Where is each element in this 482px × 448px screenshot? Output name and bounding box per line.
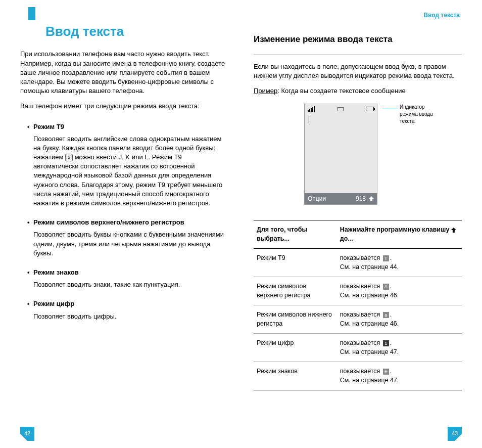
running-header: Ввод текста bbox=[423, 11, 460, 20]
mode-name-cell: Режим символов верхнего регистра bbox=[254, 277, 337, 305]
table-row: Режим знаковпоказывается ✳.См. на страни… bbox=[254, 362, 462, 390]
mode-action-cell: показывается T.См. на странице 44. bbox=[337, 249, 462, 277]
signal-icon bbox=[308, 106, 315, 112]
example-label: Пример bbox=[254, 87, 277, 95]
mode-indicator-icon: ✳ bbox=[383, 369, 389, 375]
mode-t9-title: Режим Т9 bbox=[27, 122, 228, 131]
mode-case-desc: Позволяет вводить буквы кнопками с букве… bbox=[33, 230, 228, 258]
chapter-title: Ввод текста bbox=[45, 22, 228, 40]
up-arrow-icon bbox=[369, 196, 374, 201]
text-cursor bbox=[309, 116, 309, 123]
figure-label: Индикатор режима ввода текста bbox=[400, 104, 440, 125]
phone-screen: Опции 918 bbox=[304, 104, 377, 205]
mode-digits-title: Режим цифр bbox=[27, 299, 228, 308]
mode-indicator-icon: a bbox=[383, 312, 389, 318]
callout-line bbox=[382, 109, 398, 109]
table-row: Режим Т9показывается T.См. на странице 4… bbox=[254, 249, 462, 277]
mode-indicator-icon: T bbox=[383, 255, 389, 261]
phone-status-bar bbox=[305, 104, 377, 114]
intro-para-2: Ваш телефон имеет три следующие режима в… bbox=[20, 102, 228, 111]
tab-marker bbox=[28, 7, 35, 20]
mode-symbols-title: Режим знаков bbox=[27, 268, 228, 277]
table-row: Режим символов верхнего регистрапоказыва… bbox=[254, 277, 462, 305]
up-arrow-icon bbox=[451, 228, 456, 233]
section-intro: Если вы находитесь в поле, допускающем в… bbox=[254, 62, 462, 80]
page-right: Изменение режима ввода текста Если вы на… bbox=[254, 10, 462, 418]
battery-icon bbox=[366, 107, 374, 111]
intro-para-1: При использовании телефона вам часто нуж… bbox=[20, 50, 228, 96]
mode-case-title: Режим символов верхнего/нижнего регистро… bbox=[27, 218, 228, 227]
mode-action-cell: показывается 1.См. на странице 47. bbox=[337, 334, 462, 362]
table-row: Режим символов нижнего регистрапоказывае… bbox=[254, 305, 462, 334]
char-counter: 918 bbox=[356, 195, 366, 203]
mode-indicator-icon: 1 bbox=[383, 340, 389, 346]
mode-action-cell: показывается A.См. на странице 46. bbox=[337, 277, 462, 305]
example-line: Пример: Когда вы создаете текстовое сооб… bbox=[254, 86, 462, 96]
message-icon bbox=[338, 107, 344, 111]
mode-table: Для того, чтобы выбрать... Нажимайте про… bbox=[254, 220, 462, 390]
table-head-2: Нажимайте программную клавишу до... bbox=[337, 220, 462, 249]
softkey-left: Опции bbox=[308, 195, 326, 203]
softkey-bar: Опции 918 bbox=[305, 193, 377, 204]
mode-digits-desc: Позволяет вводить цифры. bbox=[33, 312, 228, 321]
section-title: Изменение режима ввода текста bbox=[254, 33, 462, 46]
mode-name-cell: Режим знаков bbox=[254, 362, 337, 390]
section-divider bbox=[254, 55, 462, 55]
mode-name-cell: Режим символов нижнего регистра bbox=[254, 305, 337, 334]
mode-indicator-icon: A bbox=[383, 284, 389, 290]
table-row: Режим цифрпоказывается 1.См. на странице… bbox=[254, 334, 462, 362]
mode-name-cell: Режим Т9 bbox=[254, 249, 337, 277]
key-5-icon: 5 bbox=[65, 154, 73, 161]
mode-symbols-desc: Позволяет вводить знаки, такие как пункт… bbox=[33, 280, 228, 289]
mode-action-cell: показывается a.См. на странице 46. bbox=[337, 305, 462, 334]
mode-name-cell: Режим цифр bbox=[254, 334, 337, 362]
table-head-1: Для того, чтобы выбрать... bbox=[254, 220, 337, 249]
mode-t9-desc: Позволяет вводить английские слова однок… bbox=[33, 135, 228, 208]
phone-figure: Опции 918 Индикатор режима ввода текста bbox=[304, 104, 462, 205]
mode-action-cell: показывается ✳.См. на странице 47. bbox=[337, 362, 462, 390]
page-left: Ввод текста При использовании телефона в… bbox=[20, 10, 228, 418]
